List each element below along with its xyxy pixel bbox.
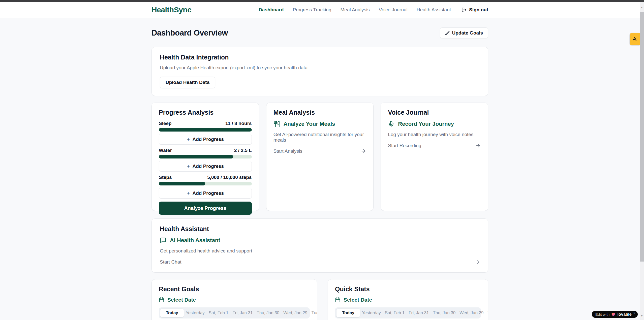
chat-bubble-icon <box>160 237 166 244</box>
add-water-progress-button[interactable]: + Add Progress <box>159 161 252 172</box>
meal-card-description: Get AI-powered nutritional insights for … <box>273 132 366 143</box>
date-tab-sat-feb-1[interactable]: Sat, Feb 1 <box>207 309 230 317</box>
sleep-metric: Sleep 11 / 8 hours + Add Progress <box>159 121 252 145</box>
arrow-right-icon <box>361 148 366 154</box>
start-chat-link[interactable]: Start Chat <box>160 259 480 265</box>
health-data-integration-card: Health Data Integration Upload your Appl… <box>151 47 488 96</box>
date-tab-sat-feb-1[interactable]: Sat, Feb 1 <box>383 309 407 317</box>
analyze-progress-button[interactable]: Analyze Progress <box>159 202 252 215</box>
edit-with-lovable-badge[interactable]: Edit with lovable × <box>592 311 638 318</box>
voice-journal-card: Voice Journal Record Your Journey Log yo… <box>381 103 488 211</box>
nav-voice-journal[interactable]: Voice Journal <box>379 7 408 13</box>
plus-icon: + <box>187 137 190 142</box>
gradient-heart-icon <box>611 312 616 316</box>
add-steps-progress-button[interactable]: + Add Progress <box>159 188 252 199</box>
water-value: 2 / 2.5 L <box>234 148 252 153</box>
upload-health-data-button[interactable]: Upload Health Data <box>160 77 215 88</box>
sleep-progress-bar <box>159 128 252 132</box>
start-recording-link[interactable]: Start Recording <box>388 143 481 148</box>
assistant-card-title: Health Assistant <box>160 225 480 233</box>
date-tab-yesterday[interactable]: Yesterday <box>184 309 207 317</box>
record-your-journey-link[interactable]: Record Your Journey <box>388 121 481 127</box>
steps-metric: Steps 5,000 / 10,000 steps + Add Progres… <box>159 175 252 199</box>
steps-label: Steps <box>159 175 172 180</box>
start-chat-label: Start Chat <box>160 259 181 265</box>
add-sleep-progress-button[interactable]: + Add Progress <box>159 134 252 145</box>
lovable-label: lovable <box>617 312 632 317</box>
date-tab-today[interactable]: Today <box>336 309 360 317</box>
start-analysis-label: Start Analysis <box>273 148 302 154</box>
ai-health-assistant-label: AI Health Assistant <box>170 237 220 244</box>
date-tab-thu-jan-30[interactable]: Thu, Jan 30 <box>431 309 458 317</box>
meal-card-title: Meal Analysis <box>273 109 366 116</box>
date-tab-tue-jan-28[interactable]: Tue, Jan 28 <box>309 309 317 317</box>
quick-stats-card: Quick Stats Select Date Today Yesterday … <box>328 279 488 320</box>
nav-progress-tracking[interactable]: Progress Tracking <box>293 7 331 13</box>
scrollbar-down-arrow[interactable]: ▼ <box>640 314 644 318</box>
voice-card-description: Log your health journey with voice notes <box>388 132 481 137</box>
ai-health-assistant-link[interactable]: AI Health Assistant <box>160 237 480 244</box>
recent-goals-select-date[interactable]: Select Date <box>159 297 310 303</box>
nav-health-assistant[interactable]: Health Assistant <box>417 7 451 13</box>
nav-dashboard[interactable]: Dashboard <box>259 7 284 13</box>
date-tab-tue-jan-28[interactable]: Tue, Jan 28 <box>485 309 488 317</box>
date-tab-today[interactable]: Today <box>160 309 184 317</box>
water-metric: Water 2 / 2.5 L + Add Progress <box>159 148 252 172</box>
date-tab-fri-jan-31[interactable]: Fri, Jan 31 <box>230 309 255 317</box>
steps-progress-bar <box>159 182 252 185</box>
calendar-icon <box>335 297 341 303</box>
arrow-right-icon <box>474 259 480 265</box>
scrollbar-up-arrow[interactable]: ▲ <box>640 5 644 9</box>
main-nav: Dashboard Progress Tracking Meal Analysi… <box>259 7 488 13</box>
update-goals-label: Update Goals <box>452 30 483 36</box>
sleep-label: Sleep <box>159 121 172 126</box>
plus-icon: + <box>187 190 190 196</box>
water-progress-bar <box>159 155 252 158</box>
calendar-icon <box>159 297 164 303</box>
add-progress-label: Add Progress <box>192 137 224 142</box>
browser-chrome-strip <box>0 0 644 2</box>
utensils-icon <box>273 121 280 127</box>
recent-goals-title: Recent Goals <box>159 285 310 293</box>
assistant-card-description: Get personalized health advice and suppo… <box>160 248 480 254</box>
edit-with-label: Edit with <box>595 312 610 316</box>
progress-analysis-title: Progress Analysis <box>159 109 252 116</box>
record-your-journey-label: Record Your Journey <box>398 121 454 127</box>
water-label: Water <box>159 148 172 153</box>
date-tab-thu-jan-30[interactable]: Thu, Jan 30 <box>255 309 282 317</box>
voice-card-title: Voice Journal <box>388 109 481 116</box>
logout-icon <box>462 7 467 12</box>
vertical-scrollbar[interactable]: ▲ ▼ <box>640 2 644 320</box>
side-panel-toggle-button[interactable] <box>630 33 640 45</box>
meal-analysis-card: Meal Analysis Analyze Your Meals Get AI-… <box>266 103 374 211</box>
quick-stats-select-date[interactable]: Select Date <box>335 297 481 303</box>
add-progress-label: Add Progress <box>192 164 224 169</box>
start-analysis-link[interactable]: Start Analysis <box>273 148 366 154</box>
recent-goals-card: Recent Goals Select Date Today Yesterday… <box>151 279 317 320</box>
arrow-right-icon <box>475 143 481 148</box>
analyze-your-meals-link[interactable]: Analyze Your Meals <box>273 121 366 127</box>
scrollbar-thumb[interactable] <box>640 12 644 262</box>
pencil-icon <box>445 31 450 35</box>
sign-out-button[interactable]: Sign out <box>462 7 488 13</box>
sleep-value: 11 / 8 hours <box>225 121 252 126</box>
microphone-icon <box>388 121 394 127</box>
select-date-label: Select Date <box>167 297 196 303</box>
analyze-your-meals-label: Analyze Your Meals <box>284 121 335 127</box>
date-tab-yesterday[interactable]: Yesterday <box>360 309 383 317</box>
sign-out-label: Sign out <box>469 7 488 13</box>
badge-close-icon[interactable]: × <box>633 311 635 315</box>
date-tab-wed-jan-29[interactable]: Wed, Jan 29 <box>457 309 485 317</box>
date-tab-wed-jan-29[interactable]: Wed, Jan 29 <box>281 309 309 317</box>
quick-stats-date-tabs: Today Yesterday Sat, Feb 1 Fri, Jan 31 T… <box>335 307 481 318</box>
nav-meal-analysis[interactable]: Meal Analysis <box>341 7 370 13</box>
health-assistant-card: Health Assistant AI Health Assistant Get… <box>151 218 488 273</box>
select-date-label: Select Date <box>344 297 372 303</box>
integration-description: Upload your Apple Health export (export.… <box>160 65 480 71</box>
date-tab-fri-jan-31[interactable]: Fri, Jan 31 <box>407 309 431 317</box>
update-goals-button[interactable]: Update Goals <box>440 27 488 38</box>
app-logo[interactable]: HealthSync <box>151 6 191 14</box>
page-title: Dashboard Overview <box>151 28 228 38</box>
integration-title: Health Data Integration <box>160 54 480 61</box>
caret-logo-icon <box>632 36 637 42</box>
